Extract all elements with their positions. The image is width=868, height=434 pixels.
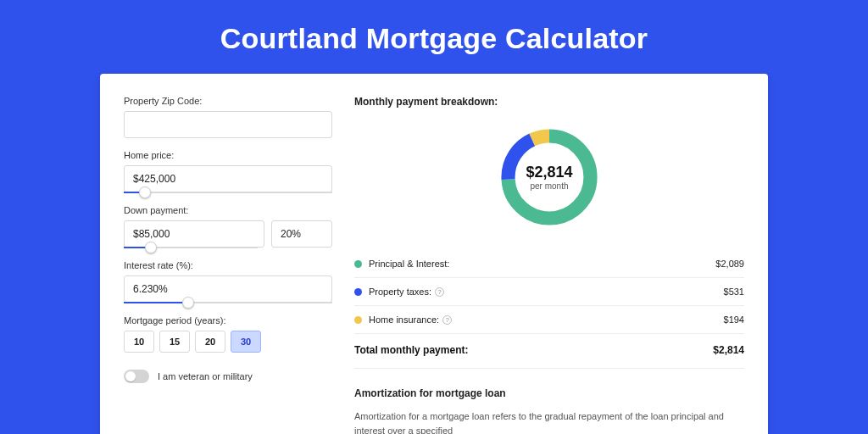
legend-value: $531 [724,287,744,297]
legend-row-0: Principal & Interest:$2,089 [354,250,744,278]
period-button-20[interactable]: 20 [195,331,225,353]
amortization-title: Amortization for mortgage loan [354,387,744,399]
period-button-10[interactable]: 10 [124,331,154,353]
info-icon[interactable]: ? [435,287,444,297]
mortgage-period-group: Mortgage period (years): 10152030 [124,315,332,353]
legend-dot-icon [354,316,362,324]
interest-rate-label: Interest rate (%): [124,260,332,270]
interest-rate-group: Interest rate (%): [124,260,332,303]
legend-row-1: Property taxes: ?$531 [354,278,744,306]
donut-chart-wrap: $2,814 per month [354,123,744,231]
interest-rate-slider[interactable] [124,302,332,303]
veteran-label: I am veteran or military [158,371,253,381]
down-payment-group: Down payment: [124,205,332,248]
period-button-15[interactable]: 15 [159,331,190,353]
zip-input[interactable] [124,111,332,138]
calculator-card: Property Zip Code: Home price: Down paym… [100,74,768,434]
home-price-slider[interactable] [124,192,332,193]
home-price-slider-knob[interactable] [139,186,151,198]
veteran-toggle[interactable] [124,370,149,383]
home-price-label: Home price: [124,150,332,160]
home-price-input[interactable] [124,165,332,192]
inputs-pane: Property Zip Code: Home price: Down paym… [124,96,332,434]
legend-value: $2,089 [715,259,744,269]
breakdown-pane: Monthly payment breakdown: $2,814 per mo… [354,96,744,434]
zip-group: Property Zip Code: [124,96,332,138]
down-payment-pct-input[interactable] [271,220,332,248]
breakdown-title: Monthly payment breakdown: [354,96,744,108]
total-value: $2,814 [713,344,744,356]
amortization-text: Amortization for a mortgage loan refers … [354,409,744,434]
legend-dot-icon [354,288,362,296]
toggle-dot-icon [125,371,136,381]
interest-rate-slider-knob[interactable] [182,297,194,309]
legend-dot-icon [354,260,362,268]
page-title: Courtland Mortgage Calculator [0,0,868,74]
total-label: Total monthly payment: [354,344,713,356]
zip-label: Property Zip Code: [124,96,332,106]
amortization-section: Amortization for mortgage loan Amortizat… [354,387,744,434]
donut-amount: $2,814 [526,164,572,181]
down-payment-slider[interactable] [124,247,258,248]
donut-center: $2,814 per month [495,123,604,231]
legend-label: Home insurance: ? [369,314,724,325]
interest-rate-input[interactable] [124,275,332,303]
veteran-row: I am veteran or military [124,370,332,383]
donut-chart: $2,814 per month [495,123,604,231]
period-button-30[interactable]: 30 [231,331,261,353]
down-payment-slider-knob[interactable] [145,242,157,253]
down-payment-label: Down payment: [124,205,332,215]
legend-value: $194 [724,314,744,325]
legend-label: Principal & Interest: [369,259,715,269]
total-row: Total monthly payment: $2,814 [354,334,744,369]
info-icon[interactable]: ? [442,315,452,325]
mortgage-period-label: Mortgage period (years): [124,315,332,326]
legend-label: Property taxes: ? [369,287,724,297]
donut-sub: per month [530,181,568,191]
legend-row-2: Home insurance: ?$194 [354,306,744,334]
home-price-group: Home price: [124,150,332,193]
